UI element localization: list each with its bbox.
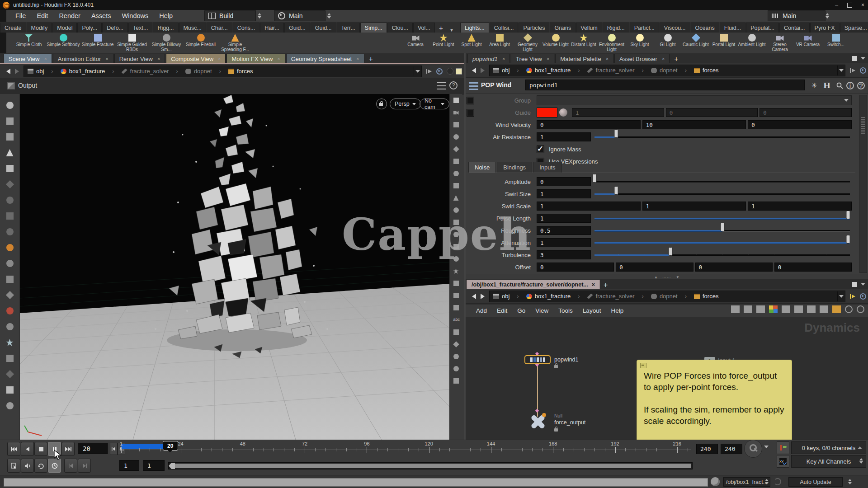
pin-pane-icon[interactable] <box>426 68 433 75</box>
param-value-field[interactable]: 0 <box>537 263 614 272</box>
param-value-field[interactable]: 0 <box>537 177 591 186</box>
follow-network-icon[interactable] <box>860 293 866 300</box>
pane-menu-arrow-icon[interactable] <box>861 283 865 286</box>
secure-selection-lock-icon[interactable] <box>3 162 17 175</box>
menu-windows[interactable]: Windows <box>116 12 154 19</box>
key-all-channels-dropdown[interactable]: Key All Channels <box>791 455 866 468</box>
color-ramp-icon[interactable] <box>559 108 567 117</box>
link-ball-icon[interactable] <box>447 68 453 75</box>
breadcrumb-fracture_solver[interactable]: fracture_solver <box>584 65 647 76</box>
breadcrumb-box1_fracture[interactable]: box1_fracture <box>523 65 584 76</box>
param-value-field[interactable]: 3 <box>537 250 591 259</box>
playback-range-slider[interactable] <box>168 462 693 469</box>
close-icon[interactable]: × <box>105 56 108 61</box>
network-menu-tools[interactable]: Tools <box>553 307 578 314</box>
param-slider[interactable] <box>593 250 852 259</box>
breadcrumb-forces[interactable]: forces <box>690 65 729 76</box>
hot-sphere-tool-icon[interactable] <box>3 304 17 318</box>
snap-edge-icon[interactable] <box>452 181 461 190</box>
snow-tool-icon[interactable] <box>3 336 17 349</box>
pane-tab-animation-editor[interactable]: Animation Editor× <box>53 54 113 63</box>
viewport-settings-icon[interactable] <box>437 81 446 89</box>
pan-tool-icon[interactable] <box>3 114 17 128</box>
frame-subend-field[interactable]: 240 <box>721 444 742 454</box>
view-tool-icon[interactable] <box>3 99 17 112</box>
pane-tab-motion-fx-view[interactable]: Motion FX View× <box>226 54 285 63</box>
pane-tab-composite-view[interactable]: Composite View× <box>166 54 226 63</box>
shelf-tool-area-light[interactable]: Area Light <box>486 33 514 52</box>
camera-view-icon[interactable] <box>452 108 461 117</box>
path-forward-button[interactable] <box>479 66 487 75</box>
pivot-icon[interactable] <box>452 132 461 141</box>
houdini-help-icon[interactable]: H <box>822 81 832 90</box>
shelf-tool-vr-camera[interactable]: VR Camera <box>794 33 822 52</box>
channel-checkbox[interactable] <box>467 97 474 104</box>
menu-help[interactable]: Help <box>154 12 178 19</box>
param-tab-inputs[interactable]: Inputs <box>533 162 561 173</box>
keys-channels-dropdown[interactable]: 0 keys, 0/0 channels <box>791 441 866 454</box>
refresh-icon[interactable] <box>774 478 781 485</box>
translate-tool-icon[interactable] <box>3 178 17 191</box>
param-value-field[interactable]: 0 <box>774 263 852 272</box>
shelf-tool-ambient-light[interactable]: Ambient Light <box>738 33 766 52</box>
background-image-icon[interactable] <box>820 305 828 313</box>
network-menu-go[interactable]: Go <box>512 307 530 314</box>
shelf-tab-simp[interactable]: Simp... <box>360 23 387 33</box>
visibility-icon[interactable] <box>857 305 864 313</box>
current-frame-field[interactable]: 20 <box>78 443 108 454</box>
shelf-tab-terr[interactable]: Terr... <box>337 23 360 33</box>
shelf-tab-text[interactable]: Text... <box>128 23 152 33</box>
shelf-tab-clou[interactable]: Clou... <box>387 23 413 33</box>
shelf-tab-oceans[interactable]: Oceans <box>691 23 719 33</box>
param-slider[interactable] <box>593 132 852 141</box>
node-path-spinner[interactable] <box>765 479 769 484</box>
current-frame-flag[interactable]: 20 <box>163 441 178 450</box>
shelf-tool-simple-billowy-sm---[interactable]: Simple Billowy Sm... <box>149 33 184 52</box>
slider-handle[interactable] <box>614 129 618 138</box>
shelf-tab-lights[interactable]: Lights... <box>460 23 489 33</box>
menu-file[interactable]: File <box>10 12 31 19</box>
breadcrumb-dopnet[interactable]: dopnet <box>647 65 690 76</box>
shelf-menu-arrow-icon[interactable]: ▼ <box>447 28 457 33</box>
param-slider[interactable] <box>593 226 852 235</box>
param-slider[interactable] <box>593 189 852 198</box>
param-value-field[interactable]: 0.5 <box>537 226 591 235</box>
color-swatch[interactable] <box>537 108 557 117</box>
close-icon[interactable]: × <box>662 56 665 61</box>
param-value-field[interactable]: 1 <box>572 108 664 117</box>
pin-pane-icon[interactable] <box>850 67 856 74</box>
close-icon[interactable]: × <box>861 2 864 8</box>
slider-handle[interactable] <box>846 235 850 244</box>
post-it-icon[interactable] <box>807 305 816 313</box>
display-options-icon[interactable] <box>452 291 461 300</box>
snap-grid-icon[interactable] <box>452 157 461 166</box>
handles-icon[interactable] <box>452 376 461 385</box>
network-path-tab[interactable]: /obj/box1_fracture/fracture_solver/dopne… <box>467 280 600 289</box>
param-value-field[interactable]: 1 <box>537 202 641 211</box>
prev-key-button[interactable] <box>64 459 77 473</box>
add-pane-tab-button[interactable]: + <box>365 55 377 63</box>
shelf-tab-pyrofx[interactable]: Pyro FX <box>810 23 840 33</box>
shelf-tab-defo[interactable]: Defo... <box>102 23 128 33</box>
timeline-ruler[interactable]: 12448729612014416819221624020 <box>116 440 693 457</box>
camera-lock-icon[interactable] <box>376 99 387 109</box>
sticky-note[interactable]: Wire POP Forces into force_output to app… <box>637 360 792 440</box>
menu-render[interactable]: Render <box>53 12 86 19</box>
breadcrumb-obj[interactable]: obj <box>490 291 523 302</box>
channel-checkbox[interactable] <box>467 109 474 117</box>
shelf-tab-model[interactable]: Model <box>52 23 77 33</box>
param-tab-bindings[interactable]: Bindings <box>497 162 532 173</box>
breadcrumb-fracture_solver[interactable]: fracture_solver <box>118 66 182 77</box>
network-tools-icon[interactable] <box>731 305 740 313</box>
network-box-icon[interactable] <box>832 305 841 313</box>
current-node-path-field[interactable]: /obj/box1_fract... <box>723 477 770 487</box>
slider-handle[interactable] <box>593 174 597 183</box>
pane-tab-tree-view[interactable]: Tree View× <box>511 54 554 63</box>
template-icon[interactable] <box>452 340 461 349</box>
maximize-icon[interactable] <box>847 3 852 8</box>
node-force-output[interactable] <box>528 412 547 431</box>
shelf-tool-volume-light[interactable]: Volume Light <box>542 33 570 52</box>
shelf-tab-hair[interactable]: Hair... <box>260 23 284 33</box>
slider-handle[interactable] <box>668 247 672 256</box>
param-value-field[interactable]: 10 <box>642 120 746 129</box>
